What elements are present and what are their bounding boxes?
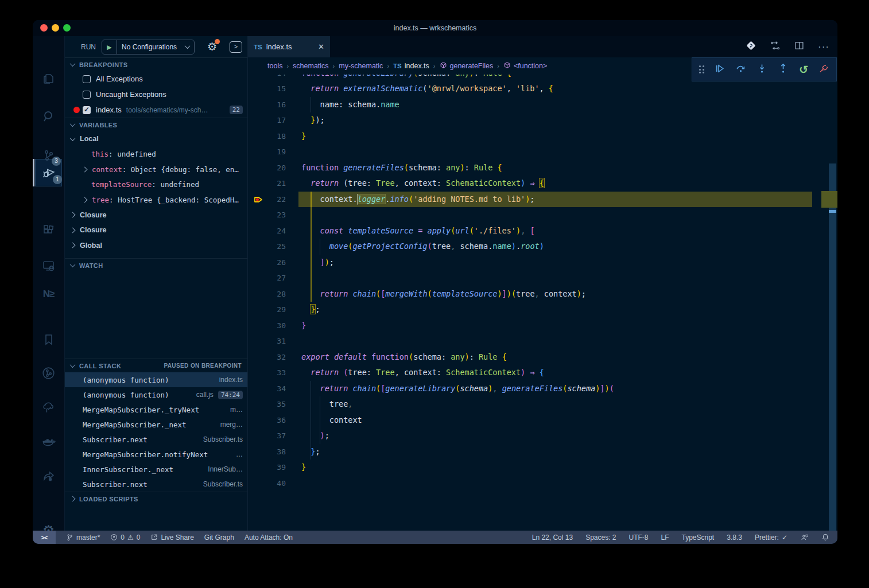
extensions-icon[interactable] — [33, 217, 64, 243]
code-line[interactable]: 22 context.logger.info('adding NOTES.md … — [248, 192, 825, 208]
remote-indicator[interactable]: >< — [33, 531, 56, 544]
watch-header[interactable]: WATCH — [65, 258, 247, 272]
code-line[interactable]: 36 context — [248, 412, 825, 429]
indentation-status[interactable]: Spaces: 2 — [585, 534, 616, 542]
code-line[interactable]: 35 tree, — [248, 396, 825, 412]
branch-status[interactable]: master* — [66, 534, 100, 542]
breadcrumb-symbol[interactable]: <function> — [514, 62, 547, 70]
code-line[interactable]: 40 — [248, 476, 825, 492]
code-line[interactable]: 37 ); — [248, 428, 825, 444]
split-editor-icon[interactable] — [794, 41, 804, 53]
code-line[interactable]: 31 — [248, 333, 825, 349]
code-line[interactable]: 20function generateFiles(schema: any): R… — [248, 160, 825, 176]
variables-scope-row[interactable]: Closure — [65, 223, 247, 238]
call-stack-header[interactable]: CALL STACK PAUSED ON BREAKPOINT — [65, 359, 247, 372]
breakpoint-row[interactable]: Uncaught Exceptions — [65, 87, 247, 102]
launch-config-dropdown[interactable]: ▶ No Configurations — [102, 40, 195, 54]
breadcrumb-item[interactable]: my-schematic — [339, 62, 383, 70]
drag-handle-icon[interactable] — [699, 65, 704, 73]
variable-row[interactable]: templateSource: undefined — [65, 177, 247, 193]
loaded-scripts-header[interactable]: LOADED SCRIPTS — [65, 492, 247, 505]
search-icon[interactable] — [33, 104, 64, 129]
code-line[interactable]: 15 return externalSchematic('@nrwl/works… — [248, 81, 825, 97]
call-stack-frame[interactable]: MergeMapSubscriber._tryNextm… — [65, 402, 247, 417]
restart-icon[interactable]: ↻ — [799, 63, 808, 76]
auto-attach-status[interactable]: Auto Attach: On — [245, 534, 293, 542]
language-mode[interactable]: TypeScript — [682, 534, 715, 542]
code-line[interactable]: 23 — [248, 207, 825, 223]
test-explorer-icon[interactable] — [33, 395, 64, 420]
configure-gear-icon[interactable]: ⚙ — [207, 40, 217, 53]
call-stack-frame[interactable]: MergeMapSubscriber._nextmerg… — [65, 417, 247, 432]
step-into-icon[interactable] — [757, 63, 767, 76]
code-line[interactable]: 28 return chain([mergeWith(templateSourc… — [248, 286, 825, 302]
code-line[interactable]: 16 name: schema.name — [248, 97, 825, 113]
code-line[interactable]: 33 return (tree: Tree, context: Schemati… — [248, 365, 825, 381]
feedback-icon[interactable] — [800, 534, 809, 542]
breadcrumb-item[interactable]: schematics — [293, 62, 329, 70]
eol-status[interactable]: LF — [661, 534, 669, 542]
more-actions-icon[interactable]: ··· — [818, 41, 829, 53]
nx-console-icon[interactable]: N≥ — [33, 282, 64, 307]
breakpoint-row[interactable]: All Exceptions — [65, 71, 247, 87]
code-line[interactable]: 19 — [248, 144, 825, 160]
step-over-icon[interactable] — [735, 63, 746, 76]
scrollbar-thumb[interactable] — [829, 163, 836, 531]
breakpoints-header[interactable]: BREAKPOINTS — [65, 57, 247, 71]
docker-icon[interactable] — [33, 429, 64, 454]
continue-icon[interactable] — [714, 63, 725, 76]
variables-scope-row[interactable]: Local — [65, 131, 247, 147]
variable-row[interactable]: context: Object {debug: false, en… — [65, 162, 247, 177]
live-share-button[interactable]: Live Share — [150, 534, 193, 542]
call-stack-frame[interactable]: Subscriber.nextSubscriber.ts — [65, 432, 247, 447]
code-line[interactable]: 32export default function(schema: any): … — [248, 349, 825, 365]
current-line-breakpoint-icon[interactable] — [253, 194, 263, 211]
code-line[interactable]: 17 }); — [248, 112, 825, 128]
code-line[interactable]: 38 }; — [248, 444, 825, 460]
git-graph-button[interactable]: Git Graph — [204, 534, 234, 542]
prettier-status[interactable]: Prettier: ✓ — [755, 534, 787, 542]
code-line[interactable]: 29 }; — [248, 302, 825, 318]
disconnect-icon[interactable] — [818, 63, 829, 76]
call-stack-frame[interactable]: MergeMapSubscriber.notifyNext… — [65, 447, 247, 462]
ts-version[interactable]: 3.8.3 — [727, 534, 742, 542]
code-area[interactable]: 14function generateLibrary(schema: any):… — [248, 57, 837, 531]
remote-explorer-icon[interactable] — [33, 253, 64, 278]
explorer-icon[interactable] — [33, 66, 64, 91]
code-line[interactable]: 24 const templateSource = apply(url('./f… — [248, 223, 825, 239]
code-line[interactable]: 39} — [248, 460, 825, 476]
code-line[interactable]: 30} — [248, 318, 825, 334]
bookmarks-icon[interactable] — [33, 327, 64, 352]
breakpoint-checkbox[interactable] — [83, 106, 91, 114]
scrollbar[interactable] — [825, 57, 837, 531]
variables-scope-row[interactable]: Global — [65, 238, 247, 254]
breadcrumb-item[interactable]: tools — [267, 62, 282, 70]
cursor-position[interactable]: Ln 22, Col 13 — [532, 534, 573, 542]
step-out-icon[interactable] — [778, 63, 789, 76]
call-stack-frame[interactable]: Subscriber.nextSubscriber.ts — [65, 477, 247, 492]
code-line[interactable]: 25 move(getProjectConfig(tree, schema.na… — [248, 239, 825, 255]
call-stack-frame[interactable]: InnerSubscriber._nextInnerSub… — [65, 462, 247, 477]
git-history-icon[interactable] — [33, 360, 64, 385]
tab-index-ts[interactable]: TS index.ts ✕ — [248, 36, 330, 57]
breakpoint-row[interactable]: index.tstools/schematics/my-sch…22 — [65, 102, 247, 118]
call-stack-frame[interactable]: (anonymous function)call.js74:24 — [65, 387, 247, 402]
format-document-icon[interactable] — [746, 41, 756, 53]
code-line[interactable]: 18} — [248, 128, 825, 145]
call-stack-frame[interactable]: (anonymous function)index.ts — [65, 372, 247, 387]
code-line[interactable]: 26 ]); — [248, 255, 825, 271]
breadcrumb-symbol[interactable]: generateFiles — [450, 62, 494, 70]
open-changes-icon[interactable] — [770, 40, 781, 53]
run-debug-icon[interactable]: 1 — [33, 160, 64, 185]
breadcrumb-file[interactable]: index.ts — [405, 62, 429, 70]
variables-scope-row[interactable]: Closure — [65, 208, 247, 223]
close-tab-icon[interactable]: ✕ — [318, 42, 324, 51]
problems-status[interactable]: 0 ⚠ 0 — [110, 534, 140, 542]
start-debug-icon[interactable]: ▶ — [102, 40, 117, 54]
variables-header[interactable]: VARIABLES — [65, 118, 247, 131]
breakpoint-checkbox[interactable] — [83, 75, 91, 83]
code-line[interactable]: 27 — [248, 270, 825, 286]
variable-row[interactable]: tree: HostTree {_backend: ScopedH… — [65, 192, 247, 208]
notifications-bell-icon[interactable] — [821, 533, 829, 542]
variable-row[interactable]: this: undefined — [65, 147, 247, 162]
